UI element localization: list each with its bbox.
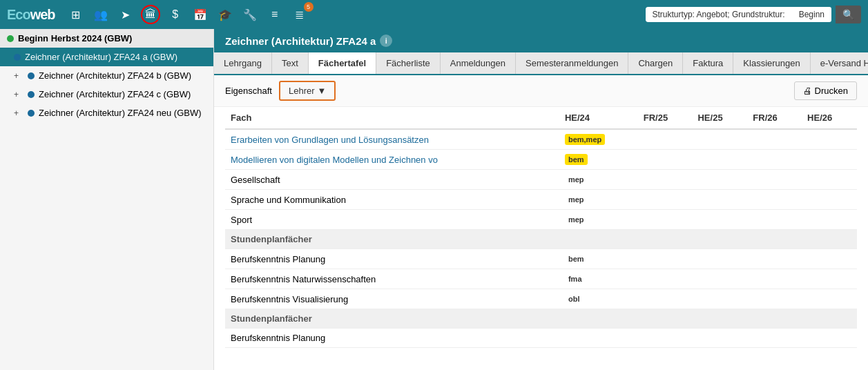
table-row: Sprache und Kommunikationmep bbox=[225, 190, 857, 210]
fach-cell: Berufskenntnis Planung bbox=[225, 329, 559, 348]
he26-cell bbox=[802, 170, 857, 190]
faechertafel-table: Fach HE/24 FR/25 HE/25 FR/26 HE/26 Erarb… bbox=[225, 107, 857, 348]
tab-anmeldungen[interactable]: Anmeldungen bbox=[441, 52, 516, 74]
col-fr26: FR/26 bbox=[747, 107, 802, 129]
lehrer-label: Lehrer bbox=[289, 86, 315, 96]
dot-icon bbox=[28, 91, 35, 98]
calendar-icon[interactable]: 📅 bbox=[191, 5, 210, 24]
he25-cell bbox=[692, 170, 747, 190]
tab-faecherliste[interactable]: Fächerliste bbox=[376, 52, 441, 74]
sidebar-item-label: Zeichner (Architektur) ZFA24 a (GBW) bbox=[25, 52, 177, 62]
he25-cell bbox=[692, 329, 747, 348]
info-icon[interactable]: i bbox=[380, 35, 392, 47]
col-he24: HE/24 bbox=[559, 107, 638, 129]
fach-cell[interactable]: Erarbeiten von Grundlagen und Lösungsans… bbox=[225, 129, 559, 150]
he26-cell bbox=[802, 329, 857, 348]
building-icon[interactable]: 🏛 bbox=[141, 5, 160, 24]
graduation-icon[interactable]: 🎓 bbox=[215, 5, 235, 24]
fr25-cell bbox=[638, 289, 693, 309]
table-row: Berufskenntnis Naturwissenschaftenfma bbox=[225, 269, 857, 289]
tools-icon[interactable]: 🔧 bbox=[240, 5, 260, 24]
list-icon[interactable]: ≣ 5 bbox=[290, 5, 309, 24]
tab-faktura[interactable]: Faktura bbox=[683, 52, 733, 74]
fr25-cell bbox=[638, 129, 693, 150]
he25-cell bbox=[692, 150, 747, 170]
tab-text[interactable]: Text bbox=[272, 52, 309, 74]
table-row: Berufskenntnis Planungbem bbox=[225, 249, 857, 269]
lehrer-dropdown[interactable]: Lehrer ▼ bbox=[279, 81, 336, 101]
print-icon: 🖨 bbox=[803, 86, 812, 96]
tab-chargen[interactable]: Chargen bbox=[628, 52, 683, 74]
col-fr25: FR/25 bbox=[638, 107, 693, 129]
tab-e-versand[interactable]: e-Versand History bbox=[811, 52, 868, 74]
fach-cell[interactable]: Modellieren von digitalen Modellen und Z… bbox=[225, 150, 559, 170]
sidebar-item-zeichner-c[interactable]: + Zeichner (Architektur) ZFA24 c (GBW) bbox=[0, 85, 213, 104]
tab-semesteranmeldungen[interactable]: Semesteranmeldungen bbox=[516, 52, 628, 74]
fach-link[interactable]: Modellieren von digitalen Modellen und Z… bbox=[231, 155, 438, 165]
sidebar-item-zeichner-a[interactable]: Zeichner (Architektur) ZFA24 a (GBW) bbox=[0, 48, 213, 66]
fr25-cell bbox=[638, 329, 693, 348]
table-container: Fach HE/24 FR/25 HE/25 FR/26 HE/26 Erarb… bbox=[214, 107, 868, 359]
tab-klassierungen[interactable]: Klassierungen bbox=[733, 52, 810, 74]
search-label: Strukturtyp: Angebot; Grundstruktur: bbox=[646, 7, 792, 22]
plain-badge: fma bbox=[565, 273, 586, 284]
fr25-cell bbox=[638, 190, 693, 210]
plus-icon: + bbox=[14, 108, 23, 118]
col-he26: HE/26 bbox=[802, 107, 857, 129]
sidebar: Beginn Herbst 2024 (GBW) Zeichner (Archi… bbox=[0, 29, 214, 370]
sidebar-item-label: Beginn Herbst 2024 (GBW) bbox=[18, 33, 132, 43]
print-button[interactable]: 🖨 Drucken bbox=[794, 81, 857, 100]
fr26-cell bbox=[747, 249, 802, 269]
plain-badge: mep bbox=[565, 174, 588, 185]
table-header-row: Fach HE/24 FR/25 HE/25 FR/26 HE/26 bbox=[225, 107, 857, 129]
plain-badge: bem bbox=[565, 253, 588, 264]
page-title: Zeichner (Architektur) ZFA24 a bbox=[225, 35, 376, 47]
search-area: Strukturtyp: Angebot; Grundstruktur: Beg… bbox=[646, 6, 861, 23]
fr26-cell bbox=[747, 150, 802, 170]
he25-cell bbox=[692, 249, 747, 269]
search-button[interactable]: 🔍 bbox=[836, 6, 861, 23]
table-row: Stundenplanfächer bbox=[225, 309, 857, 329]
fach-cell: Berufskenntnis Visualisierung bbox=[225, 289, 559, 309]
col-fach: Fach bbox=[225, 107, 559, 129]
table-row: Stundenplanfächer bbox=[225, 230, 857, 249]
sidebar-item-parent-beginn[interactable]: Beginn Herbst 2024 (GBW) bbox=[0, 29, 213, 48]
send-icon[interactable]: ➤ bbox=[116, 5, 135, 24]
he26-cell bbox=[802, 210, 857, 230]
fr25-cell bbox=[638, 210, 693, 230]
fach-link[interactable]: Erarbeiten von Grundlagen und Lösungsans… bbox=[231, 135, 429, 145]
he26-cell bbox=[802, 269, 857, 289]
highlighted-badge: bem bbox=[565, 154, 588, 165]
dot-icon bbox=[28, 72, 35, 79]
sidebar-item-zeichner-neu[interactable]: + Zeichner (Architektur) ZFA24 neu (GBW) bbox=[0, 104, 213, 122]
sidebar-item-label: Zeichner (Architektur) ZFA24 b (GBW) bbox=[39, 70, 191, 81]
section-header-cell: Stundenplanfächer bbox=[225, 309, 857, 329]
dollar-icon[interactable]: $ bbox=[166, 5, 185, 24]
search-value[interactable]: Beginn bbox=[792, 7, 831, 22]
tab-lehrgang[interactable]: Lehrgang bbox=[214, 52, 272, 74]
menu-icon[interactable]: ≡ bbox=[265, 5, 284, 24]
sidebar-item-zeichner-b[interactable]: + Zeichner (Architektur) ZFA24 b (GBW) bbox=[0, 66, 213, 85]
table-row: Sportmep bbox=[225, 210, 857, 230]
fr26-cell bbox=[747, 170, 802, 190]
he25-cell bbox=[692, 129, 747, 150]
table-icon[interactable]: ⊞ bbox=[66, 5, 86, 24]
topbar: Ecoweb ⊞ 👥 ➤ 🏛 $ 📅 🎓 🔧 ≡ ≣ 5 Strukturtyp… bbox=[0, 0, 868, 29]
eigenschaft-label: Eigenschaft bbox=[225, 86, 272, 96]
he24-cell: bem,mep bbox=[559, 129, 638, 150]
he24-cell bbox=[559, 329, 638, 348]
fr26-cell bbox=[747, 190, 802, 210]
fr26-cell bbox=[747, 129, 802, 150]
he26-cell bbox=[802, 150, 857, 170]
fr26-cell bbox=[747, 289, 802, 309]
plus-icon: + bbox=[14, 90, 23, 99]
dot-icon bbox=[14, 54, 21, 61]
app-logo[interactable]: Ecoweb bbox=[7, 7, 55, 23]
users-icon[interactable]: 👥 bbox=[91, 5, 110, 24]
he26-cell bbox=[802, 190, 857, 210]
fach-cell: Berufskenntnis Naturwissenschaften bbox=[225, 269, 559, 289]
tab-faechertafel[interactable]: Fächertafel bbox=[309, 52, 376, 75]
plain-badge: obl bbox=[565, 293, 584, 304]
fr26-cell bbox=[747, 329, 802, 348]
table-row: Berufskenntnis Visualisierungobl bbox=[225, 289, 857, 309]
